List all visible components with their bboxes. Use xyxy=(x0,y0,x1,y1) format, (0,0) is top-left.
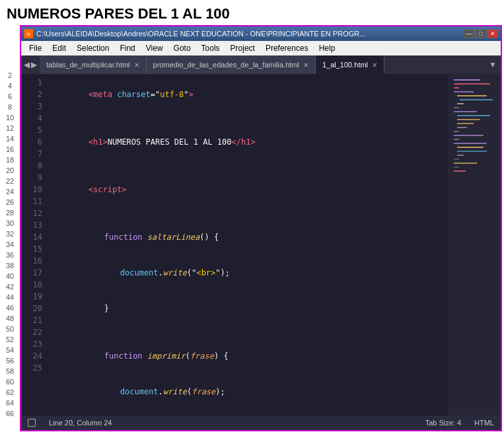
menu-selection[interactable]: Selection xyxy=(71,42,114,54)
svg-rect-15 xyxy=(454,135,484,136)
editor-window: N C:\Users\ALEIDA\Desktop\Andres\ORACLE … xyxy=(20,25,502,431)
code-area: 1 2 3 4 5 6 7 8 9 10 11 12 13 14 15 16 1… xyxy=(21,74,501,415)
code-line-13: saltarLinea(); xyxy=(48,410,448,415)
code-line-7: function saltarLinea() { xyxy=(48,219,448,255)
menu-tools[interactable]: Tools xyxy=(196,42,225,54)
status-bar: Line 20, Column 24 Tab Size: 4 HTML xyxy=(21,415,501,430)
svg-rect-23 xyxy=(454,166,459,168)
left-line-numbers: 2 4 6 8 10 12 14 16 18 20 22 24 26 28 30… xyxy=(0,25,20,432)
svg-rect-10 xyxy=(457,115,490,116)
tab-1al100[interactable]: 1_al_100.html ✕ xyxy=(316,55,384,74)
svg-rect-3 xyxy=(454,87,459,89)
status-tab-size: Tab Size: 4 xyxy=(425,419,461,427)
app-icon: N xyxy=(24,29,33,38)
tab-promedio[interactable]: promedio_de_las_edades_de_la_familia.htm… xyxy=(147,55,316,74)
svg-rect-22 xyxy=(454,162,477,164)
menu-edit[interactable]: Edit xyxy=(47,42,71,54)
svg-rect-7 xyxy=(457,103,464,104)
svg-rect-13 xyxy=(457,127,467,128)
tab-tablas[interactable]: tablas_de_multiplicar.html ✕ xyxy=(40,55,147,74)
svg-rect-17 xyxy=(454,143,487,144)
menu-bar: File Edit Selection Find View Goto Tools… xyxy=(21,41,501,55)
minimap-svg xyxy=(450,77,498,301)
menu-file[interactable]: File xyxy=(24,42,47,54)
close-button[interactable]: ✕ xyxy=(487,29,498,38)
svg-rect-9 xyxy=(454,111,477,112)
tab-tablas-label: tablas_de_multiplicar.html xyxy=(46,61,130,69)
menu-view[interactable]: View xyxy=(141,42,168,54)
title-bar: N C:\Users\ALEIDA\Desktop\Andres\ORACLE … xyxy=(21,26,501,41)
tab-promedio-close[interactable]: ✕ xyxy=(303,61,308,69)
tab-bar: ◀ ▶ tablas_de_multiplicar.html ✕ promedi… xyxy=(21,55,501,74)
tab-nav-prev[interactable]: ◀ xyxy=(24,60,30,69)
menu-goto[interactable]: Goto xyxy=(168,42,196,54)
code-line-10 xyxy=(48,326,448,338)
code-editor[interactable]: <meta charset="utf-8"> <h1>NUMEROS PARES… xyxy=(48,74,448,415)
svg-rect-2 xyxy=(454,83,490,85)
menu-help[interactable]: Help xyxy=(314,42,341,54)
tab-1al100-label: 1_al_100.html xyxy=(322,61,368,69)
code-line-9: } xyxy=(48,291,448,326)
svg-rect-1 xyxy=(454,79,480,81)
tab-nav-next[interactable]: ▶ xyxy=(31,60,37,69)
status-monitor-icon xyxy=(28,419,36,427)
tab-tablas-close[interactable]: ✕ xyxy=(134,61,139,69)
title-bar-text: C:\Users\ALEIDA\Desktop\Andres\ORACLE NE… xyxy=(36,30,464,38)
minimap-content xyxy=(448,74,501,415)
code-line-8: document.write("<br>"); xyxy=(48,255,448,291)
svg-rect-21 xyxy=(454,159,459,160)
svg-rect-19 xyxy=(457,151,487,152)
tab-dropdown-button[interactable]: ▼ xyxy=(485,55,501,74)
code-line-2 xyxy=(48,112,448,124)
code-line-4 xyxy=(48,160,448,172)
code-line-12: document.write(frase); xyxy=(48,374,448,410)
page-title: NUMEROS PARES DEL 1 AL 100 xyxy=(0,0,504,25)
svg-rect-12 xyxy=(457,123,474,124)
line-number-gutter: 1 2 3 4 5 6 7 8 9 10 11 12 13 14 15 16 1… xyxy=(21,74,48,415)
code-line-5: <script> xyxy=(48,172,448,207)
menu-preferences[interactable]: Preferences xyxy=(260,42,314,54)
svg-rect-11 xyxy=(457,119,480,120)
menu-project[interactable]: Project xyxy=(225,42,260,54)
status-line-col: Line 20, Column 24 xyxy=(49,419,112,427)
maximize-button[interactable]: □ xyxy=(476,29,486,38)
svg-rect-16 xyxy=(454,139,459,140)
menu-find[interactable]: Find xyxy=(114,42,140,54)
svg-rect-24 xyxy=(454,170,466,172)
svg-rect-0 xyxy=(450,77,498,301)
minimap xyxy=(448,74,501,415)
code-line-11: function imprimir(frase) { xyxy=(48,338,448,374)
svg-rect-14 xyxy=(454,131,459,132)
svg-rect-18 xyxy=(457,147,484,148)
code-line-3: <h1>NUMEROS PARES DEL 1 AL 100</h1> xyxy=(48,124,448,160)
svg-rect-5 xyxy=(457,95,487,96)
svg-rect-20 xyxy=(457,155,464,156)
svg-rect-6 xyxy=(460,99,493,100)
window-controls: — □ ✕ xyxy=(464,29,498,38)
code-line-1: <meta charset="utf-8"> xyxy=(48,77,448,112)
monitor-icon xyxy=(28,419,36,427)
status-language: HTML xyxy=(474,419,494,427)
code-line-6 xyxy=(48,207,448,219)
minimize-button[interactable]: — xyxy=(464,29,474,38)
tab-1al100-close[interactable]: ✕ xyxy=(372,61,377,69)
svg-rect-4 xyxy=(454,91,474,92)
svg-rect-8 xyxy=(454,107,459,108)
tab-promedio-label: promedio_de_las_edades_de_la_familia.htm… xyxy=(153,61,299,69)
